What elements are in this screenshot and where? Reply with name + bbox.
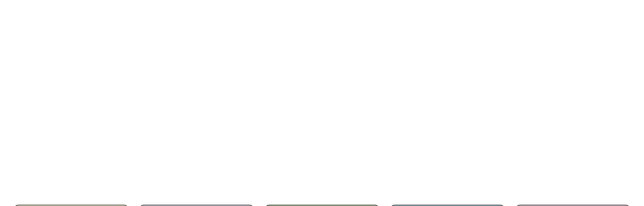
diagram-container: 1. Introduction 2. Automated MachineLear…	[0, 0, 644, 206]
card-intro: 1. Introduction	[14, 205, 128, 206]
card-automl-health: 3. AutoML inhealthcare industry	[264, 205, 380, 206]
card-discussion: 5. Discussionand Conclusion	[516, 205, 630, 206]
row-1: 1. Introduction 2. Automated MachineLear…	[8, 205, 636, 206]
card-towards-automl: 4. Towards AutoMLfor Clinical Notes	[390, 205, 505, 206]
card-automl: 2. Automated MachineLearning (AutoML)	[139, 205, 254, 206]
connector-lines	[8, 6, 636, 200]
